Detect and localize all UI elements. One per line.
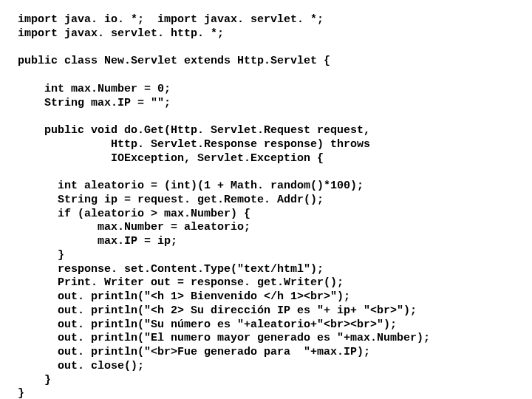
code-block: import java. io. *; import javax. servle… (0, 0, 532, 399)
